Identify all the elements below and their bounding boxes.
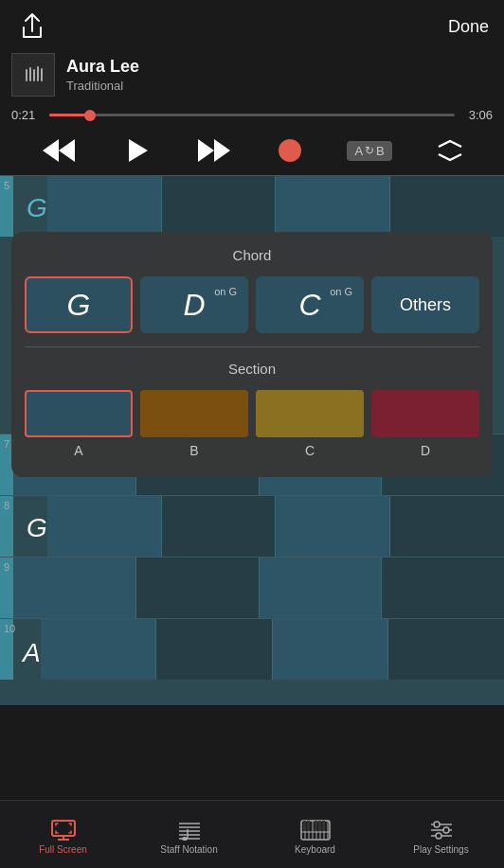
nav-label-keyboard: Keyboard [295, 844, 335, 855]
section-color-C [256, 390, 364, 437]
expand-button[interactable] [437, 139, 463, 162]
chord-section-popup: Chord G on G D on G C Others Section A [11, 232, 493, 477]
svg-rect-28 [318, 821, 321, 831]
chord-sup-D: on G [214, 286, 237, 297]
section-B[interactable]: B [140, 390, 248, 458]
chord-option-C[interactable]: on G C [256, 276, 364, 333]
chord-label-8: G [13, 496, 47, 543]
section-letter-B: B [189, 443, 198, 458]
svg-point-5 [279, 139, 301, 162]
svg-rect-26 [307, 821, 310, 831]
sheet-area: 5 G Chord G on G D on G C Others [0, 175, 504, 705]
chord-label-5: G [13, 176, 47, 223]
top-bar: Done [0, 0, 504, 53]
section-color-D [371, 390, 479, 437]
chord-option-D[interactable]: on G D [140, 276, 248, 333]
chord-option-G[interactable]: G [25, 276, 133, 333]
total-time: 3:06 [462, 108, 493, 122]
nav-full-screen[interactable]: Full Screen [0, 801, 126, 868]
chord-options: G on G D on G C Others [25, 276, 479, 333]
popup-divider [25, 346, 479, 347]
chord-main-C: C [298, 288, 320, 323]
svg-rect-29 [322, 821, 325, 831]
section-options: A B C D [25, 390, 479, 458]
svg-marker-4 [214, 139, 230, 162]
section-letter-C: C [305, 443, 315, 458]
album-art [11, 53, 55, 97]
loop-icon: ↻ [365, 144, 374, 157]
section-C[interactable]: C [256, 390, 364, 458]
section-letter-D: D [421, 443, 430, 458]
fast-forward-button[interactable] [196, 137, 232, 164]
play-button[interactable] [121, 135, 152, 166]
chord-label-10: A [13, 619, 41, 668]
svg-marker-0 [43, 139, 59, 162]
section-color-A [25, 390, 133, 437]
svg-marker-2 [129, 139, 148, 162]
section-A[interactable]: A [25, 390, 133, 458]
row-num-7: 7 [4, 438, 9, 450]
b-label: B [376, 144, 385, 158]
chord-option-others[interactable]: Others [371, 276, 479, 333]
nav-keyboard[interactable]: Keyboard [252, 801, 378, 868]
song-title: Aura Lee [66, 57, 139, 77]
bottom-nav: Full Screen Staff Notation [0, 800, 504, 868]
section-color-B [140, 390, 248, 437]
svg-point-35 [436, 833, 441, 839]
row-num-9: 9 [4, 561, 9, 573]
ab-loop-button[interactable]: A ↻ B [347, 141, 391, 161]
record-button[interactable] [277, 137, 303, 164]
chord-others-label: Others [400, 295, 451, 315]
nav-label-staff-notation: Staff Notation [160, 844, 217, 855]
svg-rect-27 [315, 821, 317, 831]
row-num-10: 10 [4, 623, 15, 634]
svg-point-33 [434, 822, 440, 827]
progress-track[interactable] [49, 114, 455, 116]
chord-main-D: D [183, 288, 205, 323]
transport-controls: A ↻ B [0, 126, 504, 175]
done-button[interactable]: Done [448, 17, 489, 37]
row-num-5: 5 [4, 180, 9, 191]
nav-play-settings[interactable]: Play Settings [378, 801, 504, 868]
svg-marker-3 [198, 139, 214, 162]
rewind-button[interactable] [41, 137, 77, 164]
svg-rect-25 [303, 821, 306, 831]
song-details: Aura Lee Traditional [66, 57, 139, 93]
section-D[interactable]: D [371, 390, 479, 458]
section-title: Section [25, 361, 479, 377]
progress-row: 0:21 3:06 [0, 104, 504, 126]
svg-point-34 [443, 827, 449, 833]
nav-label-play-settings: Play Settings [413, 844, 468, 855]
nav-staff-notation[interactable]: Staff Notation [126, 801, 252, 868]
chord-main-G: G [67, 288, 91, 323]
section-letter-A: A [74, 443, 82, 458]
nav-label-full-screen: Full Screen [39, 844, 87, 855]
row-num-8: 8 [4, 500, 9, 511]
share-button[interactable] [15, 9, 49, 44]
chord-sup-C: on G [330, 286, 352, 297]
progress-thumb [84, 110, 96, 121]
song-artist: Traditional [66, 79, 139, 93]
chord-title: Chord [25, 247, 479, 263]
svg-point-14 [182, 837, 188, 841]
current-time: 0:21 [11, 108, 42, 122]
song-info: Aura Lee Traditional [0, 53, 504, 104]
svg-marker-1 [59, 139, 75, 162]
ab-label: A [354, 144, 363, 158]
